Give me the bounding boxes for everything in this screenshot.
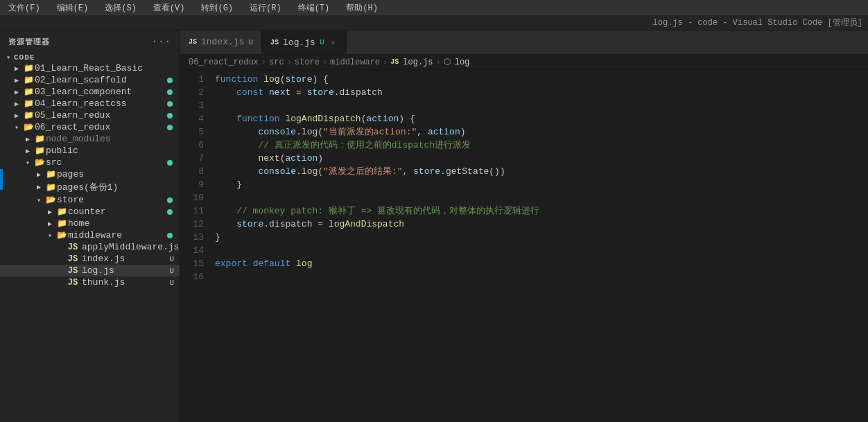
menu-item-view[interactable]: 查看(V): [150, 2, 188, 14]
editor-area: JS index.js U JS log.js U ✕ 06_react_red…: [180, 30, 868, 422]
menu-bar: 文件(F) 编辑(E) 选择(S) 查看(V) 转到(G) 运行(R) 终端(T…: [0, 0, 868, 15]
token: .log(: [296, 166, 323, 177]
token: ): [460, 127, 466, 137]
arrow-public: ▶: [22, 147, 33, 155]
badge-store: [167, 197, 173, 203]
tree-item-public[interactable]: ▶ 📁 public: [0, 145, 180, 157]
menu-item-select[interactable]: 选择(S): [102, 2, 139, 14]
token: .dispatch =: [263, 219, 329, 229]
bc-store[interactable]: store: [295, 58, 320, 67]
code-content[interactable]: function log(store) { const next = store…: [215, 73, 868, 422]
label-pages: pages: [57, 169, 180, 179]
tree-item-06[interactable]: ▾ 📂 06_react_redux: [0, 121, 180, 133]
tree-item-src[interactable]: ▾ 📂 src: [0, 157, 180, 168]
menu-item-terminal[interactable]: 终端(T): [295, 2, 333, 14]
token: const: [236, 87, 263, 98]
tab-index-js[interactable]: JS index.js U: [180, 30, 262, 54]
line-number-15: 15: [180, 257, 204, 270]
tree-item-index-js[interactable]: JS index.js U: [0, 253, 180, 265]
token: function: [236, 114, 279, 124]
token: "派发之后的结果:": [323, 166, 402, 177]
folder-icon-public: 📁: [33, 146, 46, 156]
code-line-1: function log(store) {: [215, 73, 854, 86]
line-number-1: 1: [180, 73, 204, 86]
folder-icon-src: 📂: [33, 157, 46, 168]
arrow-02: ▶: [11, 76, 22, 85]
title-bar: log.js - code - Visual Studio Code [管理员]: [0, 15, 868, 30]
bc-src[interactable]: src: [269, 58, 284, 67]
tree-item-pages-backup[interactable]: ▶ 📁 pages(备份1): [0, 180, 180, 194]
line-numbers: 12345678910111213141516: [180, 73, 215, 422]
folder-icon-counter: 📁: [55, 206, 68, 217]
token: "当前派发的action:": [323, 127, 417, 137]
tab-close-log[interactable]: ✕: [328, 37, 337, 49]
token: console: [258, 127, 296, 137]
menu-item-help[interactable]: 帮助(H): [343, 2, 381, 14]
code-line-16: [215, 270, 854, 283]
code-line-2: const next = store.dispatch: [215, 86, 854, 99]
token: action: [285, 153, 318, 164]
token: [215, 166, 258, 177]
ubadge-index-js: U: [169, 255, 174, 263]
label-index-js: index.js: [82, 254, 169, 264]
token: }: [215, 179, 242, 190]
menu-item-goto[interactable]: 转到(G): [198, 2, 236, 14]
tree-item-log-js[interactable]: JS log.js U: [0, 265, 180, 276]
tree-item-01[interactable]: ▶ 📁 01_Learn_React_Basic: [0, 62, 180, 74]
code-line-10: [215, 191, 854, 204]
token: =: [290, 87, 306, 98]
tree-item-02[interactable]: ▶ 📁 02_learn_scaffold: [0, 74, 180, 86]
tree-root-code[interactable]: ▾ CODE: [0, 53, 180, 62]
line-number-7: 7: [180, 152, 204, 165]
tree-item-applymiddleware[interactable]: JS applyMiddleware.js U: [0, 241, 180, 253]
tree-item-home[interactable]: ▶ 📁 home: [0, 218, 180, 229]
more-icon[interactable]: ···: [152, 36, 171, 47]
folder-icon-node-modules: 📁: [33, 134, 46, 144]
arrow-pages: ▶: [33, 170, 44, 179]
bc-middleware[interactable]: middleware: [330, 58, 380, 67]
code-editor[interactable]: 12345678910111213141516 function log(sto…: [180, 70, 868, 422]
menu-item-file[interactable]: 文件(F): [6, 2, 43, 14]
arrow-pages-backup: ▶: [33, 183, 44, 191]
code-line-14: [215, 244, 854, 257]
tree-item-counter[interactable]: ▶ 📁 counter: [0, 206, 180, 218]
menu-item-run[interactable]: 运行(R): [247, 2, 284, 14]
token: store: [285, 74, 312, 85]
activity-indicator: [0, 169, 3, 190]
token: console: [258, 166, 296, 177]
tree-item-thunk-js[interactable]: JS thunk.js U: [0, 276, 180, 288]
label-counter: counter: [68, 206, 167, 217]
badge-04: [167, 101, 173, 107]
tree-item-03[interactable]: ▶ 📁 03_learn_component: [0, 86, 180, 98]
token: logAndDispatch: [329, 219, 404, 229]
label-middleware: middleware: [68, 230, 167, 240]
tree-item-04[interactable]: ▶ 📁 04_learn_reactcss: [0, 98, 180, 109]
folder-icon-store: 📂: [44, 195, 57, 205]
tab-log-js[interactable]: JS log.js U ✕: [262, 30, 347, 54]
line-number-16: 16: [180, 270, 204, 283]
line-number-9: 9: [180, 178, 204, 191]
line-number-4: 4: [180, 112, 204, 125]
label-node-modules: node_modules: [46, 134, 180, 144]
token: export: [215, 258, 248, 269]
arrow-06: ▾: [11, 123, 22, 132]
token: function: [215, 74, 258, 85]
code-line-11: // monkey patch: 猴补丁 => 篡改现有的代码，对整体的执行逻辑…: [215, 204, 854, 218]
tree-item-store[interactable]: ▾ 📂 store: [0, 194, 180, 206]
line-number-11: 11: [180, 204, 204, 218]
sidebar-header: 资源管理器 ···: [0, 30, 180, 53]
tree-item-pages[interactable]: ▶ 📁 pages: [0, 168, 180, 180]
tree-item-middleware[interactable]: ▾ 📂 middleware: [0, 229, 180, 241]
bc-js-icon: JS: [390, 58, 399, 66]
folder-icon-home: 📁: [55, 218, 68, 229]
token: [263, 87, 269, 98]
token: .getState()): [440, 166, 505, 177]
token: [215, 219, 236, 229]
token: action: [366, 114, 399, 124]
tree-item-05[interactable]: ▶ 📁 05_learn_redux: [0, 109, 180, 121]
arrow-01: ▶: [11, 64, 22, 73]
menu-item-edit[interactable]: 编辑(E): [54, 2, 92, 14]
token: [215, 87, 236, 98]
tree-item-node-modules[interactable]: ▶ 📁 node_modules: [0, 133, 180, 145]
bc-06-react-redux[interactable]: 06_react_redux: [189, 58, 259, 67]
